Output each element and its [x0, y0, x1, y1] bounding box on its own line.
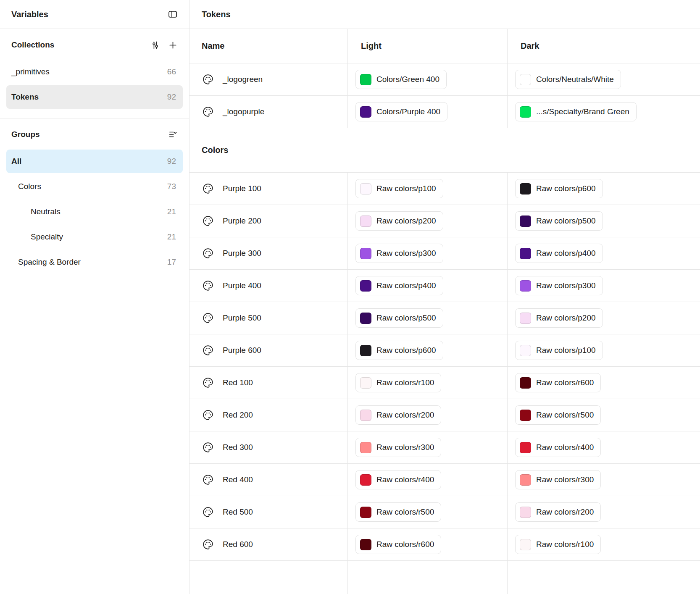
light-value-chip[interactable]: Colors/Green 400 [355, 70, 447, 89]
table-row-logopurple[interactable]: _logopurple Colors/Purple 400 ...s/Speci… [189, 96, 700, 128]
value-label: Raw colors/p400 [536, 249, 596, 258]
color-swatch [360, 216, 371, 227]
palette-icon [203, 377, 213, 388]
table-row-red-200[interactable]: Red 200 Raw colors/r200 Raw colors/r500 [189, 399, 700, 431]
sidebar-item-label: Spacing & Border [18, 258, 81, 267]
group-item-colors[interactable]: Colors 73 [6, 175, 183, 198]
light-value-chip[interactable]: Raw colors/p100 [355, 179, 443, 198]
value-label: Colors/Neutrals/White [536, 75, 614, 84]
value-label: Raw colors/p400 [376, 281, 436, 290]
column-header-dark: Dark [507, 29, 700, 63]
light-value-chip[interactable]: Colors/Purple 400 [355, 102, 447, 121]
dark-value-chip[interactable]: Raw colors/p400 [515, 244, 603, 263]
color-swatch [520, 183, 531, 194]
group-item-all[interactable]: All 92 [6, 150, 183, 173]
group-item-specialty[interactable]: Specialty 21 [6, 225, 183, 249]
table-row-red-100[interactable]: Red 100 Raw colors/r100 Raw colors/r600 [189, 367, 700, 399]
value-label: Raw colors/r600 [536, 378, 594, 387]
color-swatch [520, 74, 531, 85]
color-swatch [360, 106, 371, 118]
light-value-chip[interactable]: Raw colors/p200 [355, 211, 443, 231]
color-swatch [520, 507, 531, 518]
filter-sliders-icon[interactable] [148, 38, 162, 52]
sidebar-item-count: 73 [167, 182, 176, 191]
color-swatch [360, 410, 371, 421]
value-label: Raw colors/p100 [376, 184, 436, 193]
light-value-chip[interactable]: Raw colors/r100 [355, 373, 441, 392]
palette-icon [203, 442, 213, 453]
table-row-purple-300[interactable]: Purple 300 Raw colors/p300 Raw colors/p4… [189, 237, 700, 270]
table-empty-area [189, 561, 700, 594]
value-label: Raw colors/p500 [536, 216, 596, 226]
dark-value-chip[interactable]: Colors/Neutrals/White [515, 70, 621, 89]
table-row-purple-200[interactable]: Purple 200 Raw colors/p200 Raw colors/p5… [189, 205, 700, 237]
group-item-neutrals[interactable]: Neutrals 21 [6, 200, 183, 223]
variable-name: Red 300 [223, 443, 253, 452]
value-label: Raw colors/r100 [376, 378, 434, 387]
color-swatch [520, 442, 531, 453]
sidebar-item-count: 92 [167, 92, 176, 102]
value-label: Raw colors/r300 [536, 475, 594, 484]
palette-icon [203, 410, 213, 421]
color-swatch [520, 377, 531, 389]
collapse-groups-icon[interactable] [166, 127, 180, 142]
collection-item-tokens[interactable]: Tokens 92 [6, 85, 183, 109]
table-row-purple-600[interactable]: Purple 600 Raw colors/p600 Raw colors/p1… [189, 334, 700, 367]
palette-icon [203, 345, 213, 356]
groups-section: Groups All 92 Colors 73 Neutrals 21 Spec… [0, 118, 189, 276]
variable-name: _logopurple [223, 107, 264, 116]
dark-value-chip[interactable]: Raw colors/r200 [515, 502, 601, 522]
light-value-chip[interactable]: Raw colors/r500 [355, 502, 441, 522]
value-label: Raw colors/p600 [376, 346, 436, 355]
palette-icon [203, 74, 213, 85]
table-row-red-600[interactable]: Red 600 Raw colors/r600 Raw colors/r100 [189, 528, 700, 561]
panel-toggle-icon[interactable] [166, 7, 180, 21]
color-swatch [520, 539, 531, 550]
palette-icon [203, 183, 213, 194]
variable-name: Purple 500 [223, 313, 261, 323]
dark-value-chip[interactable]: Raw colors/r500 [515, 405, 601, 425]
dark-value-chip[interactable]: Raw colors/p200 [515, 308, 603, 328]
palette-icon [203, 507, 213, 518]
variable-name: Purple 300 [223, 249, 261, 258]
sidebar-item-count: 21 [167, 207, 176, 216]
value-label: Raw colors/p200 [536, 313, 596, 323]
sidebar-item-label: Colors [18, 182, 41, 191]
light-value-chip[interactable]: Raw colors/r400 [355, 470, 441, 489]
color-swatch [520, 280, 531, 292]
light-value-chip[interactable]: Raw colors/p600 [355, 341, 443, 360]
dark-value-chip[interactable]: Raw colors/p600 [515, 179, 603, 198]
dark-value-chip[interactable]: Raw colors/r400 [515, 438, 601, 457]
color-swatch [360, 442, 371, 453]
dark-value-chip[interactable]: Raw colors/r300 [515, 470, 601, 489]
variable-name: Red 600 [223, 540, 253, 549]
light-value-chip[interactable]: Raw colors/p500 [355, 308, 443, 328]
light-value-chip[interactable]: Raw colors/p300 [355, 244, 443, 263]
table-row-red-400[interactable]: Red 400 Raw colors/r400 Raw colors/r300 [189, 464, 700, 496]
table-row-logogreen[interactable]: _logogreen Colors/Green 400 Colors/Neutr… [189, 63, 700, 96]
color-swatch [520, 216, 531, 227]
group-item-spacing-border[interactable]: Spacing & Border 17 [6, 250, 183, 274]
light-value-chip[interactable]: Raw colors/r200 [355, 405, 441, 425]
collection-item-primitives[interactable]: _primitives 66 [6, 60, 183, 84]
add-collection-icon[interactable] [166, 38, 180, 52]
dark-value-chip[interactable]: Raw colors/p300 [515, 276, 603, 295]
value-label: ...s/Specialty/Brand Green [536, 107, 629, 116]
table-row-red-500[interactable]: Red 500 Raw colors/r500 Raw colors/r200 [189, 496, 700, 528]
dark-value-chip[interactable]: ...s/Specialty/Brand Green [515, 102, 637, 121]
dark-value-chip[interactable]: Raw colors/r100 [515, 535, 601, 554]
light-value-chip[interactable]: Raw colors/r600 [355, 535, 441, 554]
light-value-chip[interactable]: Raw colors/r300 [355, 438, 441, 457]
palette-icon [203, 216, 213, 226]
dark-value-chip[interactable]: Raw colors/r600 [515, 373, 601, 392]
variable-name: Red 200 [223, 410, 253, 420]
sidebar-item-count: 66 [167, 67, 176, 76]
dark-value-chip[interactable]: Raw colors/p100 [515, 341, 603, 360]
table-row-purple-100[interactable]: Purple 100 Raw colors/p100 Raw colors/p6… [189, 173, 700, 205]
table-row-red-300[interactable]: Red 300 Raw colors/r300 Raw colors/r400 [189, 431, 700, 464]
dark-value-chip[interactable]: Raw colors/p500 [515, 211, 603, 231]
light-value-chip[interactable]: Raw colors/p400 [355, 276, 443, 295]
table-row-purple-400[interactable]: Purple 400 Raw colors/p400 Raw colors/p3… [189, 270, 700, 302]
table-row-purple-500[interactable]: Purple 500 Raw colors/p500 Raw colors/p2… [189, 302, 700, 334]
color-swatch [520, 345, 531, 356]
